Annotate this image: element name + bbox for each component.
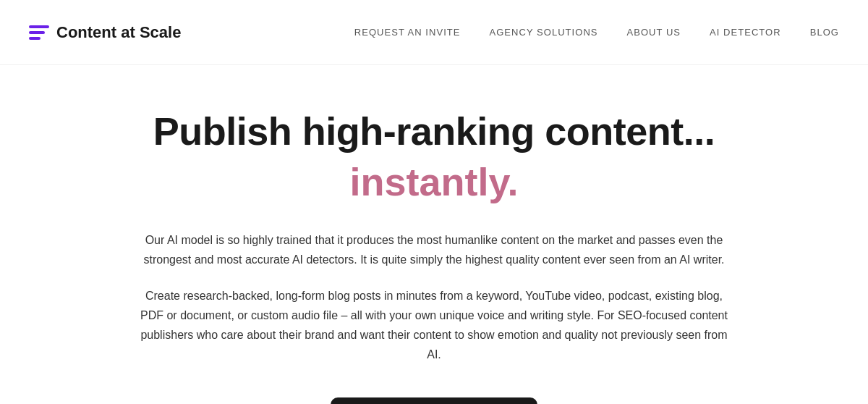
logo-text: Content at Scale	[56, 23, 181, 42]
hero-headline: Publish high-ranking content...	[153, 109, 715, 153]
nav-ai-detector[interactable]: AI DETECTOR	[710, 27, 781, 38]
hero-description-text-1: Our AI model is so highly trained that i…	[137, 230, 731, 269]
main-nav: REQUEST AN INVITE AGENCY SOLUTIONS ABOUT…	[354, 27, 839, 38]
nav-request-invite[interactable]: REQUEST AN INVITE	[354, 27, 461, 38]
nav-blog[interactable]: BLOG	[810, 27, 839, 38]
hero-section: Publish high-ranking content... instantl…	[109, 65, 760, 404]
nav-agency-solutions[interactable]: AGENCY SOLUTIONS	[490, 27, 598, 38]
product-hunt-badge[interactable]: 🏅 PRODUCT HUNT #1 Product of the Day	[331, 397, 537, 404]
hero-description-2: Create research-backed, long-form blog p…	[137, 286, 731, 365]
hero-description-text-2: Create research-backed, long-form blog p…	[137, 286, 731, 365]
hero-description-1: Our AI model is so highly trained that i…	[137, 230, 731, 269]
nav-about-us[interactable]: ABOUT US	[627, 27, 681, 38]
hero-headline-accent: instantly.	[349, 159, 518, 204]
logo[interactable]: Content at Scale	[29, 23, 181, 42]
logo-icon	[29, 25, 49, 40]
